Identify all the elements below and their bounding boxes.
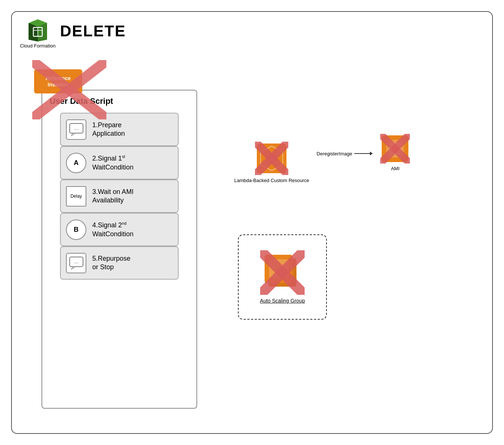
step-5-icon: ... [66, 253, 86, 273]
deregister-arrow-group: DeregisterImage [316, 151, 373, 156]
step-3-text: 3.Wait on AMIAvailability [92, 188, 133, 205]
svg-marker-10 [71, 133, 76, 136]
reference-instance: ReferenceInstance [34, 69, 82, 93]
step-4-text: 4.Signal 2ndWaitCondition [92, 221, 133, 238]
step-3-box: Delay 3.Wait on AMIAvailability [60, 179, 179, 213]
step-4-box: B 4.Signal 2ndWaitCondition [60, 213, 179, 246]
step-2-text: 2.Signal 1stWaitCondition [92, 154, 133, 172]
page-title: DELETE [60, 22, 126, 40]
ami-group: AMI [380, 134, 410, 171]
step-5-text: 5.Repurposeor Stop [92, 254, 130, 272]
user-data-script-box: User Data Script ... 1.PrepareApplicatio… [42, 90, 197, 409]
asg-x-icon [260, 250, 305, 295]
svg-text:...: ... [74, 258, 79, 264]
outer-container: Cloud Formation DELETE ReferenceInstance… [11, 11, 493, 434]
lambda-group: λ Lambda-Backed Custom Resource [234, 142, 309, 184]
step-1-text: 1.PrepareApplication [92, 121, 125, 138]
step-2-box: A 2.Signal 1stWaitCondition [60, 146, 179, 179]
lambda-ami-section: λ Lambda-Backed Custom Resource Deregist… [234, 142, 410, 184]
ami-label: AMI [391, 166, 399, 171]
asg-container: Auto Scaling Group [238, 234, 327, 320]
step-1-icon: ... [66, 119, 86, 140]
asg-label: Auto Scaling Group [260, 298, 305, 304]
lambda-label: Lambda-Backed Custom Resource [234, 177, 309, 184]
cf-cube-icon [27, 19, 49, 42]
deregister-section: DeregisterImage [316, 151, 373, 175]
lambda-icon-container: λ [255, 142, 288, 175]
ami-icon-container [380, 134, 410, 164]
asg-icon-group [264, 254, 301, 291]
lambda-x-icon [255, 142, 288, 175]
step-4-icon: B [66, 220, 86, 240]
ami-x-icon [380, 134, 410, 164]
step-1-box: ... 1.PrepareApplication [60, 113, 179, 146]
step-5-box: ... 5.Repurposeor Stop [60, 246, 179, 280]
svg-marker-21 [370, 152, 373, 155]
deregister-arrow-icon [354, 151, 373, 156]
cloudformation-logo: Cloud Formation [19, 19, 56, 49]
svg-marker-13 [71, 267, 76, 270]
deregister-label: DeregisterImage [316, 151, 352, 156]
step-2-icon: A [66, 153, 86, 173]
svg-text:...: ... [74, 125, 79, 131]
cf-label: Cloud Formation [20, 43, 56, 49]
steps-container: ... 1.PrepareApplication A 2.Signal 1stW… [42, 109, 196, 283]
step-3-icon: Delay [66, 186, 86, 207]
